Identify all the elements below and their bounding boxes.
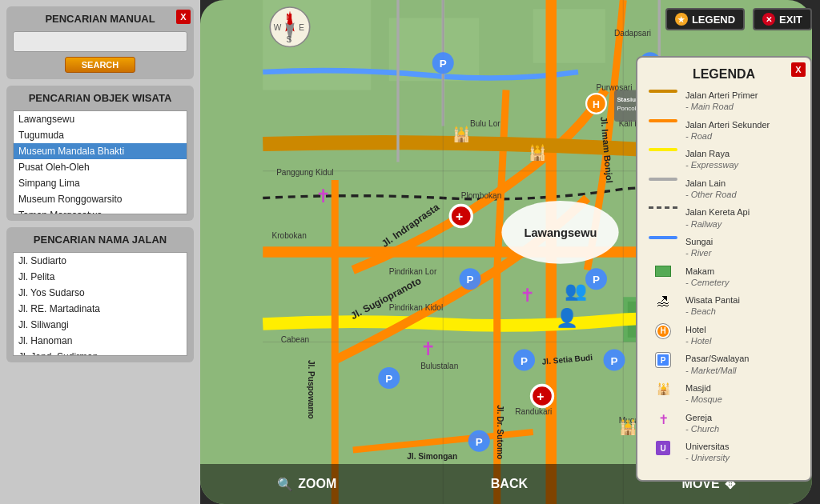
- svg-text:Jl. Simongan: Jl. Simongan: [407, 452, 457, 461]
- manual-search-title: PENCARIAN MANUAL: [13, 13, 187, 25]
- object-list-item[interactable]: Lawangsewu: [14, 111, 187, 127]
- svg-text:W: W: [274, 23, 282, 32]
- svg-text:Bulu Lor: Bulu Lor: [470, 119, 500, 128]
- road-list-item[interactable]: Jl. Pelita: [14, 269, 187, 285]
- svg-text:Dadapsari: Dadapsari: [614, 29, 651, 38]
- beach-label: Wisata Pantai- Beach: [685, 294, 740, 318]
- primer-road-icon: [647, 90, 679, 93]
- university-label: Universitas- University: [685, 441, 730, 464]
- river-icon: [647, 236, 679, 239]
- legend-item-beach: 🏖 Wisata Pantai- Beach: [647, 294, 801, 318]
- svg-text:✝: ✝: [520, 286, 535, 306]
- manual-search-input[interactable]: [13, 31, 187, 52]
- sekunder-road-icon: [647, 119, 679, 122]
- expressway-icon: [647, 148, 679, 151]
- manual-search-close[interactable]: X: [176, 10, 191, 24]
- svg-text:Plombokan: Plombokan: [461, 191, 502, 200]
- legend-item-market: P Pasar/Swalayan- Market/Mall: [647, 353, 801, 376]
- road-list-item[interactable]: Jl. Sudiarto: [14, 253, 187, 269]
- back-control[interactable]: BACK: [491, 477, 528, 491]
- svg-text:H: H: [593, 99, 600, 110]
- hotel-icon: H: [647, 324, 679, 338]
- left-panel: X PENCARIAN MANUAL SEARCH PENCARIAN OBJE…: [0, 0, 200, 504]
- svg-text:E: E: [299, 23, 304, 32]
- svg-text:S: S: [287, 35, 292, 44]
- exit-x-icon: ✕: [762, 13, 775, 26]
- svg-text:P: P: [476, 436, 483, 448]
- svg-text:👤: 👤: [556, 307, 579, 329]
- market-label: Pasar/Swalayan- Market/Mall: [685, 353, 750, 376]
- legend-close-button[interactable]: X: [791, 62, 806, 77]
- svg-text:Lawangsewu: Lawangsewu: [525, 226, 597, 239]
- road-list-item[interactable]: Jl. Siliwangi: [14, 317, 187, 333]
- exit-button[interactable]: ✕ EXIT: [753, 8, 812, 30]
- mosque-label: Masjid- Mosque: [685, 382, 722, 406]
- other-road-label: Jalan Lain- Other Road: [685, 178, 737, 201]
- legend-star-icon: ★: [675, 13, 688, 26]
- svg-text:P: P: [440, 58, 447, 70]
- svg-text:P: P: [467, 274, 474, 286]
- svg-text:P: P: [385, 373, 392, 385]
- legend-item-church: ✝ Gereja- Church: [647, 412, 801, 435]
- svg-text:Bulustalan: Bulustalan: [420, 362, 458, 370]
- svg-text:🕌: 🕌: [452, 126, 471, 143]
- svg-text:🕌: 🕌: [529, 144, 547, 162]
- road-list-item[interactable]: Jl. Yos Sudarso: [14, 285, 187, 301]
- manual-search-section: X PENCARIAN MANUAL SEARCH: [6, 6, 194, 79]
- svg-text:P: P: [611, 355, 618, 367]
- object-list-item[interactable]: Museum Ronggowarsito: [14, 191, 187, 207]
- object-list-item[interactable]: Pusat Oleh-Oleh: [14, 159, 187, 175]
- svg-text:Poncol: Poncol: [617, 105, 636, 112]
- railway-icon: [647, 206, 679, 209]
- exit-label: EXIT: [779, 14, 802, 26]
- legend-title: LEGENDA: [647, 67, 801, 82]
- object-list-item[interactable]: Simpang Lima: [14, 175, 187, 191]
- zoom-control[interactable]: 🔍 ZOOM: [277, 477, 336, 492]
- legend-item-mosque: 🕌 Masjid- Mosque: [647, 382, 801, 406]
- search-button[interactable]: SEARCH: [65, 57, 135, 73]
- road-search-list[interactable]: Jl. SudiartoJl. PelitaJl. Yos SudarsoJl.…: [13, 252, 187, 356]
- svg-text:Jl. Puspowamo: Jl. Puspowamo: [307, 360, 316, 419]
- cemetery-label: Makam- Cemetery: [685, 266, 729, 289]
- other-road-icon: [647, 178, 679, 181]
- svg-text:Panggung Kidul: Panggung Kidul: [276, 168, 333, 177]
- road-list-item[interactable]: Jl. Hanoman: [14, 333, 187, 349]
- object-search-section: PENCARIAN OBJEK WISATA LawangsewuTugumud…: [6, 86, 194, 221]
- svg-text:Pindrikan Lor: Pindrikan Lor: [389, 267, 437, 276]
- svg-text:+: +: [456, 210, 463, 223]
- object-search-list[interactable]: LawangsewuTugumudaMuseum Mandala BhaktiP…: [13, 110, 187, 214]
- svg-text:P: P: [593, 274, 600, 286]
- svg-rect-3: [533, 9, 605, 63]
- market-icon: P: [647, 353, 679, 367]
- primer-road-label: Jalan Arteri Primer- Main Road: [685, 90, 758, 113]
- legend-button[interactable]: ★ LEGEND: [665, 8, 745, 30]
- svg-text:Jl. Dr. Sutomo: Jl. Dr. Sutomo: [496, 405, 504, 459]
- svg-text:Pindrikan Kidol: Pindrikan Kidol: [389, 303, 443, 312]
- legend-item-expressway: Jalan Raya- Expressway: [647, 148, 801, 171]
- railway-label: Jalan Kereta Api- Railway: [685, 206, 750, 230]
- legend-item-other-road: Jalan Lain- Other Road: [647, 178, 801, 201]
- svg-text:👥: 👥: [565, 280, 588, 302]
- legend-item-primer: Jalan Arteri Primer- Main Road: [647, 90, 801, 113]
- legend-item-railway: Jalan Kereta Api- Railway: [647, 206, 801, 230]
- object-list-item[interactable]: Tugumuda: [14, 127, 187, 143]
- svg-text:Randukari: Randukari: [515, 407, 552, 416]
- road-list-item[interactable]: Jl. RE. Martadinata: [14, 301, 187, 317]
- object-list-item[interactable]: Museum Mandala Bhakti: [14, 143, 187, 159]
- church-icon: ✝: [647, 412, 679, 427]
- legend-item-cemetery: Makam- Cemetery: [647, 266, 801, 289]
- object-list-item[interactable]: Taman Margasatwa: [14, 207, 187, 214]
- svg-text:P: P: [521, 355, 528, 367]
- zoom-label: ZOOM: [298, 477, 336, 491]
- svg-text:N: N: [287, 13, 292, 22]
- legend-panel: X LEGENDA Jalan Arteri Primer- Main Road…: [636, 56, 812, 482]
- svg-text:✝: ✝: [420, 339, 436, 359]
- svg-text:+: +: [537, 390, 544, 403]
- legend-item-sekunder: Jalan Arteri Sekunder- Road: [647, 119, 801, 142]
- sekunder-road-label: Jalan Arteri Sekunder- Road: [685, 119, 770, 142]
- object-search-title: PENCARIAN OBJEK WISATA: [13, 92, 187, 104]
- legend-item-university: U Universitas- University: [647, 441, 801, 464]
- road-search-title: PENCARIAN NAMA JALAN: [13, 234, 187, 246]
- mosque-icon: 🕌: [647, 382, 679, 395]
- road-list-item[interactable]: Jl. Jend. Sudirman: [14, 349, 187, 356]
